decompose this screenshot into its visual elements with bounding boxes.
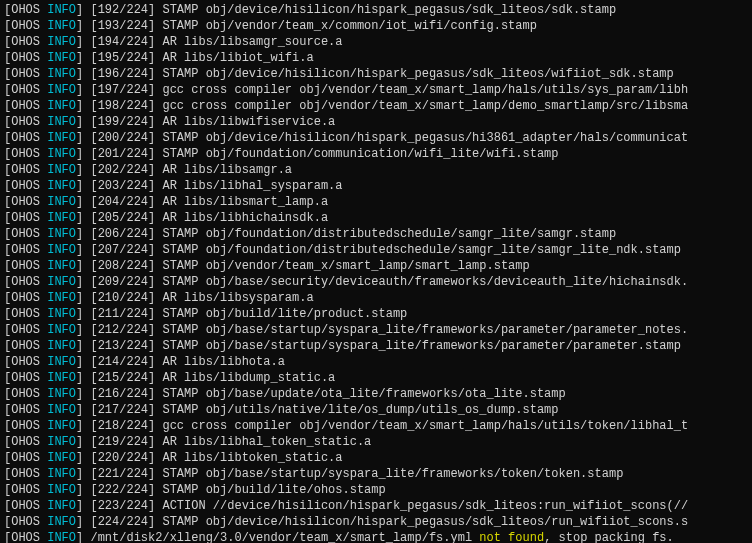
- log-level: INFO: [47, 307, 76, 321]
- log-tag: [OHOS: [4, 435, 47, 449]
- log-message: AR libs/libwifiservice.a: [162, 115, 335, 129]
- log-message: STAMP obj/device/hisilicon/hispark_pegas…: [162, 3, 616, 17]
- log-level: INFO: [47, 403, 76, 417]
- log-tag: [OHOS: [4, 131, 47, 145]
- log-index: [196/224]: [90, 67, 155, 81]
- log-level: INFO: [47, 515, 76, 529]
- log-line: [OHOS INFO] [207/224] STAMP obj/foundati…: [4, 242, 748, 258]
- log-tag: [OHOS: [4, 339, 47, 353]
- log-message: STAMP obj/base/startup/syspara_lite/fram…: [162, 323, 688, 337]
- log-index: [212/224]: [90, 323, 155, 337]
- log-line: [OHOS INFO] [222/224] STAMP obj/build/li…: [4, 482, 748, 498]
- log-tag: [OHOS: [4, 3, 47, 17]
- log-message: ACTION //device/hisilicon/hispark_pegasu…: [162, 499, 688, 513]
- log-index: [200/224]: [90, 131, 155, 145]
- log-message: STAMP obj/base/startup/syspara_lite/fram…: [162, 467, 623, 481]
- log-level: INFO: [47, 275, 76, 289]
- log-line: [OHOS INFO] [198/224] gcc cross compiler…: [4, 98, 748, 114]
- log-level: INFO: [47, 243, 76, 257]
- log-message: AR libs/libsmart_lamp.a: [162, 195, 328, 209]
- log-tag: [OHOS: [4, 451, 47, 465]
- log-index: [201/224]: [90, 147, 155, 161]
- log-message: STAMP obj/build/lite/ohos.stamp: [162, 483, 385, 497]
- log-line: [OHOS INFO] [203/224] AR libs/libhal_sys…: [4, 178, 748, 194]
- log-index: [223/224]: [90, 499, 155, 513]
- log-index: [218/224]: [90, 419, 155, 433]
- log-line: [OHOS INFO] [197/224] gcc cross compiler…: [4, 82, 748, 98]
- log-line: [OHOS INFO] [215/224] AR libs/libdump_st…: [4, 370, 748, 386]
- log-line: [OHOS INFO] [218/224] gcc cross compiler…: [4, 418, 748, 434]
- log-index: [222/224]: [90, 483, 155, 497]
- log-index: [194/224]: [90, 35, 155, 49]
- log-index: [207/224]: [90, 243, 155, 257]
- log-index: [204/224]: [90, 195, 155, 209]
- log-line: [OHOS INFO] [212/224] STAMP obj/base/sta…: [4, 322, 748, 338]
- log-message: STAMP obj/device/hisilicon/hispark_pegas…: [162, 131, 688, 145]
- log-tag: [OHOS: [4, 243, 47, 257]
- log-level: INFO: [47, 3, 76, 17]
- log-line: [OHOS INFO] [224/224] STAMP obj/device/h…: [4, 514, 748, 530]
- log-level: INFO: [47, 435, 76, 449]
- warn-text: not found: [479, 531, 544, 543]
- log-level: INFO: [47, 355, 76, 369]
- log-index: [197/224]: [90, 83, 155, 97]
- log-level: INFO: [47, 467, 76, 481]
- log-line: [OHOS INFO] [205/224] AR libs/libhichain…: [4, 210, 748, 226]
- log-tag: [OHOS: [4, 275, 47, 289]
- log-tag: [OHOS: [4, 291, 47, 305]
- log-tag: [OHOS: [4, 499, 47, 513]
- log-message: AR libs/libhal_sysparam.a: [162, 179, 342, 193]
- log-index: [205/224]: [90, 211, 155, 225]
- log-line: [OHOS INFO] [216/224] STAMP obj/base/upd…: [4, 386, 748, 402]
- log-index: [206/224]: [90, 227, 155, 241]
- log-level: INFO: [47, 195, 76, 209]
- log-line: [OHOS INFO] [192/224] STAMP obj/device/h…: [4, 2, 748, 18]
- log-level: INFO: [47, 323, 76, 337]
- log-level: INFO: [47, 291, 76, 305]
- log-tag: [OHOS: [4, 227, 47, 241]
- log-message: AR libs/libsamgr_source.a: [162, 35, 342, 49]
- log-line: [OHOS INFO] [220/224] AR libs/libtoken_s…: [4, 450, 748, 466]
- log-message: STAMP obj/vendor/team_x/smart_lamp/smart…: [162, 259, 529, 273]
- log-line: [OHOS INFO] [213/224] STAMP obj/base/sta…: [4, 338, 748, 354]
- log-level: INFO: [47, 531, 76, 543]
- log-level: INFO: [47, 99, 76, 113]
- log-level: INFO: [47, 483, 76, 497]
- log-level: INFO: [47, 67, 76, 81]
- log-message: STAMP obj/base/security/deviceauth/frame…: [162, 275, 688, 289]
- log-level: INFO: [47, 83, 76, 97]
- log-level: INFO: [47, 451, 76, 465]
- log-tag: [OHOS: [4, 115, 47, 129]
- log-tag: [OHOS: [4, 531, 47, 543]
- log-index: [219/224]: [90, 435, 155, 449]
- log-level: INFO: [47, 179, 76, 193]
- log-level: INFO: [47, 339, 76, 353]
- log-line: [OHOS INFO] [202/224] AR libs/libsamgr.a: [4, 162, 748, 178]
- log-level: INFO: [47, 51, 76, 65]
- log-line: [OHOS INFO] [195/224] AR libs/libiot_wif…: [4, 50, 748, 66]
- log-message: gcc cross compiler obj/vendor/team_x/sma…: [162, 419, 688, 433]
- log-level: INFO: [47, 387, 76, 401]
- log-index: [214/224]: [90, 355, 155, 369]
- log-message: AR libs/libiot_wifi.a: [162, 51, 313, 65]
- log-tag: [OHOS: [4, 515, 47, 529]
- log-line: [OHOS INFO] [221/224] STAMP obj/base/sta…: [4, 466, 748, 482]
- log-index: [208/224]: [90, 259, 155, 273]
- log-tag: [OHOS: [4, 99, 47, 113]
- log-message: AR libs/libtoken_static.a: [162, 451, 342, 465]
- log-tag: [OHOS: [4, 163, 47, 177]
- log-line: [OHOS INFO] [196/224] STAMP obj/device/h…: [4, 66, 748, 82]
- log-index: [211/224]: [90, 307, 155, 321]
- log-index: [198/224]: [90, 99, 155, 113]
- log-message: STAMP obj/device/hisilicon/hispark_pegas…: [162, 515, 688, 529]
- log-tag: [OHOS: [4, 51, 47, 65]
- log-tag: [OHOS: [4, 307, 47, 321]
- log-level: INFO: [47, 147, 76, 161]
- log-line: [OHOS INFO] [210/224] AR libs/libsyspara…: [4, 290, 748, 306]
- log-level: INFO: [47, 259, 76, 273]
- log-message: AR libs/libdump_static.a: [162, 371, 335, 385]
- log-line: [OHOS INFO] [219/224] AR libs/libhal_tok…: [4, 434, 748, 450]
- log-level: INFO: [47, 163, 76, 177]
- log-message: STAMP obj/utils/native/lite/os_dump/util…: [162, 403, 558, 417]
- log-level: INFO: [47, 131, 76, 145]
